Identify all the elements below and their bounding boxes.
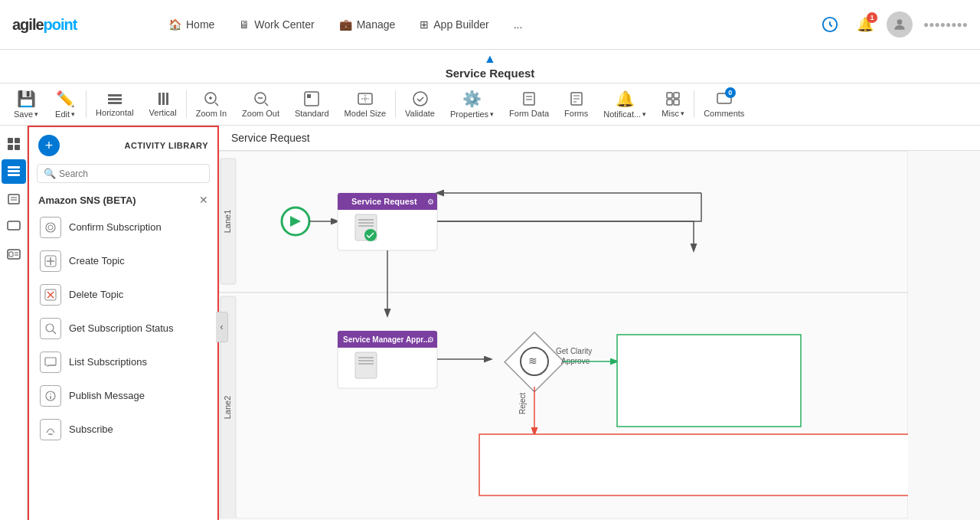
save-button[interactable]: 💾 Save ▾: [6, 87, 46, 122]
misc-label: Misc ▾: [662, 109, 684, 118]
logo-text-part1: agile: [12, 16, 44, 33]
form-data-label: Form Data: [509, 109, 549, 118]
nav-home[interactable]: 🏠 Home: [158, 12, 225, 37]
svg-rect-35: [8, 166, 20, 168]
nav-more[interactable]: ...: [503, 12, 534, 37]
sidebar-id-btn[interactable]: [2, 242, 26, 267]
svg-text:Reject: Reject: [518, 392, 527, 414]
sidebar-chat-btn[interactable]: [2, 214, 26, 239]
list-item[interactable]: Confirm Subscription: [32, 211, 214, 244]
create-topic-icon: [40, 250, 61, 272]
misc-icon: [665, 90, 681, 107]
publish-message-icon: [40, 385, 61, 407]
forms-button[interactable]: Forms: [557, 87, 596, 121]
svg-rect-37: [8, 174, 20, 176]
svg-rect-100: [479, 434, 908, 495]
nav-appbuilder[interactable]: ⊞ App Builder: [409, 12, 499, 37]
svg-point-47: [48, 225, 53, 230]
zoom-in-button[interactable]: Zoom In: [188, 87, 234, 121]
nav-workcenter[interactable]: 🖥 Work Center: [228, 12, 325, 37]
home-icon: 🏠: [168, 18, 181, 31]
list-subscriptions-label: List Subscriptions: [69, 356, 147, 369]
svg-rect-29: [674, 100, 679, 105]
list-item[interactable]: Create Topic: [32, 244, 214, 278]
nav-manage[interactable]: 💼 Manage: [328, 12, 407, 37]
misc-button[interactable]: Misc ▾: [654, 87, 692, 121]
get-subscription-status-icon: [40, 318, 61, 339]
subscribe-icon: [40, 419, 61, 440]
svg-rect-7: [166, 93, 168, 105]
notification-badge: 1: [867, 12, 877, 23]
edit-button[interactable]: ✏️ Edit ▾: [46, 87, 84, 122]
logo: agilepoint: [12, 16, 112, 34]
category-header[interactable]: Amazon SNS (BETA) ✕: [29, 189, 217, 211]
collapse-panel-button[interactable]: ‹: [216, 312, 228, 342]
confirm-subscription-icon: [40, 217, 61, 238]
zoom-out-label: Zoom Out: [242, 109, 279, 118]
vertical-label: Vertical: [149, 108, 177, 117]
canvas-inner[interactable]: Lane1 Lane2 Service Request ⚙: [219, 151, 980, 520]
svg-rect-98: [617, 335, 801, 427]
search-icon: 🔍: [44, 168, 56, 179]
category-name: Amazon SNS (BETA): [38, 195, 136, 206]
canvas-title: Service Request: [231, 132, 310, 144]
svg-point-54: [46, 324, 54, 332]
properties-icon: ⚙️: [462, 90, 482, 108]
zoom-out-icon: [253, 90, 270, 107]
model-size-button[interactable]: Model Size: [337, 87, 394, 121]
separator-3: [395, 90, 396, 118]
category-close-button[interactable]: ✕: [199, 194, 208, 206]
list-item[interactable]: Get Subscription Status: [32, 312, 214, 345]
list-item[interactable]: List Subscriptions: [32, 345, 214, 379]
svg-rect-2: [108, 94, 122, 96]
standard-button[interactable]: Standard: [287, 87, 337, 121]
svg-rect-6: [162, 93, 165, 105]
standard-icon: [303, 90, 320, 107]
svg-point-1: [897, 19, 903, 25]
svg-rect-36: [8, 170, 20, 172]
notification-toolbar-button[interactable]: 🔔 Notificat... ▾: [596, 87, 654, 122]
notification-button[interactable]: 🔔 1: [851, 11, 879, 38]
collapse-service-bar[interactable]: ▲: [484, 53, 496, 65]
comments-button[interactable]: 0 Comments: [696, 87, 752, 121]
list-item[interactable]: Delete Topic: [32, 278, 214, 312]
vertical-button[interactable]: Vertical: [142, 88, 185, 120]
sidebar-library-btn[interactable]: [2, 159, 26, 184]
form-data-button[interactable]: Form Data: [501, 87, 557, 121]
horizontal-button[interactable]: Horizontal: [88, 88, 142, 120]
horizontal-label: Horizontal: [96, 108, 134, 117]
sidebar-grid-btn[interactable]: [2, 132, 26, 156]
connection-button[interactable]: [816, 11, 844, 38]
svg-text:Get Clarity: Get Clarity: [556, 347, 592, 355]
activity-library-title: ACTIVITY LIBRARY: [125, 141, 208, 150]
add-activity-button[interactable]: +: [38, 135, 60, 156]
nav-home-label: Home: [186, 18, 214, 31]
standard-label: Standard: [295, 109, 329, 118]
workflow-svg: Lane1 Lane2 Service Request ⚙: [219, 151, 908, 518]
comments-badge: 0: [725, 87, 736, 98]
user-avatar[interactable]: [887, 11, 913, 38]
save-icon: 💾: [17, 90, 36, 108]
nav-workcenter-label: Work Center: [254, 18, 314, 31]
monitor-icon: 🖥: [239, 18, 250, 31]
list-item[interactable]: Publish Message: [32, 379, 214, 413]
validate-button[interactable]: Validate: [397, 87, 443, 121]
delete-topic-icon: [40, 284, 61, 306]
logo-text-part2: point: [44, 16, 77, 33]
svg-rect-41: [8, 221, 20, 230]
zoom-out-button[interactable]: Zoom Out: [234, 87, 287, 121]
list-subscriptions-icon: [40, 352, 61, 373]
canvas-area: Service Request Lane1 Lane2: [219, 126, 980, 520]
svg-point-18: [413, 92, 427, 106]
forms-icon: [568, 90, 585, 107]
notification-toolbar-icon: 🔔: [616, 90, 635, 108]
svg-rect-33: [8, 145, 13, 150]
svg-point-46: [46, 223, 55, 232]
list-item[interactable]: Subscribe: [32, 413, 214, 446]
svg-text:⚙: ⚙: [427, 198, 434, 206]
properties-button[interactable]: ⚙️ Properties ▾: [443, 87, 501, 122]
user-name: ●●●●●●●●: [923, 19, 968, 30]
search-input[interactable]: [59, 168, 203, 179]
svg-text:Lane1: Lane1: [223, 210, 232, 234]
sidebar-list-btn[interactable]: [2, 187, 26, 211]
